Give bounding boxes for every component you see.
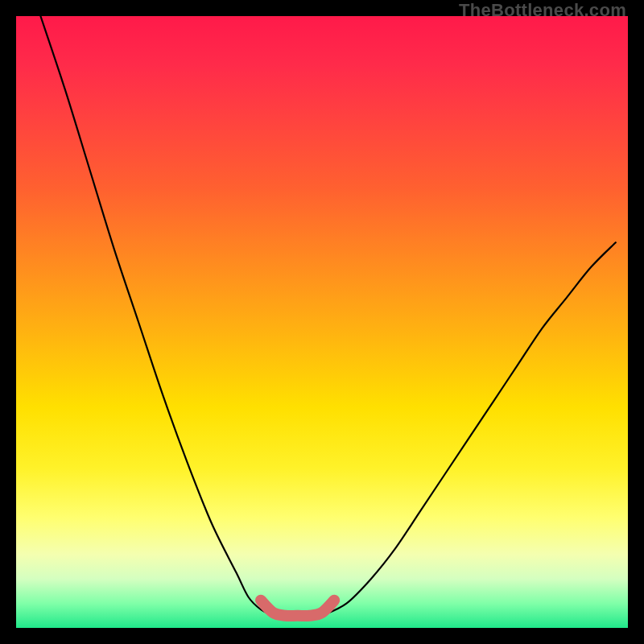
series-left-curve — [40, 16, 273, 616]
plot-area — [16, 16, 628, 628]
chart-frame: TheBottleneck.com — [0, 0, 644, 644]
series-bottom-segment — [261, 601, 334, 616]
series-right-curve — [322, 242, 616, 616]
chart-svg — [16, 16, 628, 628]
